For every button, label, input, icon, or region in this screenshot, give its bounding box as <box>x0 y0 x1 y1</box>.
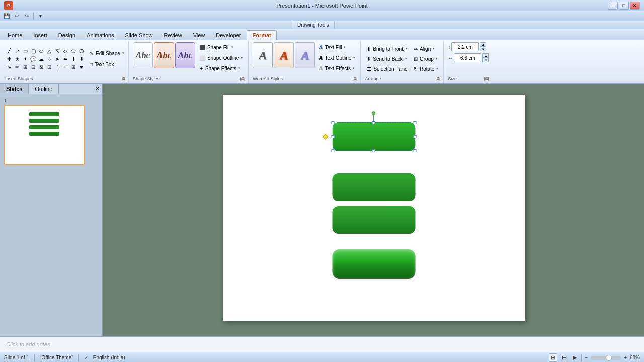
text-box-button[interactable]: □ Text Box <box>88 59 126 69</box>
shape-star4[interactable]: ✦ <box>21 55 29 63</box>
shape-more4[interactable]: ⊡ <box>45 63 53 71</box>
shape-line[interactable]: ╱ <box>5 47 13 55</box>
handle-tr[interactable] <box>413 121 416 124</box>
shape-heart[interactable]: ♡ <box>45 55 53 63</box>
notes-area[interactable]: Click to add notes <box>0 336 644 352</box>
tab-view[interactable]: View <box>188 30 211 40</box>
shape-styles-expander[interactable]: ⊡ <box>240 77 245 81</box>
slide-canvas[interactable] <box>223 95 525 321</box>
tab-design[interactable]: Design <box>53 30 81 40</box>
rect4[interactable] <box>332 249 415 279</box>
tab-animations[interactable]: Animations <box>81 30 119 40</box>
slide-thumbnail-1[interactable] <box>4 105 85 165</box>
shape-cloud[interactable]: ☁ <box>37 55 45 63</box>
shape-round-rect[interactable]: ▢ <box>29 47 37 55</box>
undo-button[interactable]: ↩ <box>12 12 21 20</box>
shape-scroll-down[interactable]: ▼ <box>77 63 86 71</box>
shape-arrow-left[interactable]: ⬅ <box>61 55 69 63</box>
style-abc2[interactable]: Abc <box>154 42 174 68</box>
shape-more1[interactable]: ⊞ <box>21 63 29 71</box>
sidebar-tab-slides[interactable]: Slides <box>0 84 29 94</box>
shape-more5[interactable]: ⋮ <box>53 63 61 71</box>
selection-pane-button[interactable]: ☰ Selection Pane <box>365 64 410 74</box>
shape-more3[interactable]: ⊠ <box>37 63 45 71</box>
send-to-back-button[interactable]: ⬇ Send to Back ▾ <box>365 54 410 64</box>
shape-rect[interactable]: ▭ <box>21 47 29 55</box>
handle-tl[interactable] <box>331 121 334 124</box>
handle-tm[interactable] <box>372 121 375 124</box>
sidebar-tab-outline[interactable]: Outline <box>29 84 59 94</box>
align-button[interactable]: ⇔ Align ▾ <box>412 44 440 54</box>
minimize-button[interactable]: ─ <box>608 2 618 10</box>
shape-arrow-up[interactable]: ⬆ <box>69 55 77 63</box>
tab-slideshow[interactable]: Slide Show <box>120 30 158 40</box>
bring-to-front-button[interactable]: ⬆ Bring to Front ▾ <box>365 44 410 54</box>
shape-more6[interactable]: ⋯ <box>61 63 69 71</box>
rotate-button[interactable]: ↻ Rotate ▾ <box>412 64 440 74</box>
style-abc1[interactable]: Abc <box>133 42 153 68</box>
shape-arrow-down[interactable]: ⬇ <box>77 55 86 63</box>
tab-insert[interactable]: Insert <box>28 30 53 40</box>
shape-curve[interactable]: ∿ <box>5 63 13 71</box>
slide-sorter-button[interactable]: ⊟ <box>560 354 568 361</box>
handle-mr[interactable] <box>413 135 416 138</box>
rect3[interactable] <box>332 206 415 234</box>
normal-view-button[interactable]: ⊞ <box>549 353 557 362</box>
zoom-thumb[interactable] <box>606 355 612 361</box>
handle-br[interactable] <box>413 149 416 152</box>
handle-bl[interactable] <box>331 149 334 152</box>
text-effects-button[interactable]: A Text Effects ▾ <box>317 63 357 73</box>
rect2[interactable] <box>332 173 415 201</box>
height-up[interactable]: ▲ <box>480 42 486 47</box>
sidebar-close-button[interactable]: ✕ <box>93 84 102 94</box>
wordart-btn2[interactable]: A <box>274 42 294 68</box>
shape-freeform[interactable]: ✏ <box>13 63 21 71</box>
tab-format[interactable]: Format <box>247 30 276 40</box>
width-up[interactable]: ▲ <box>482 53 489 58</box>
shape-star5[interactable]: ★ <box>13 55 21 63</box>
height-input[interactable] <box>451 42 479 51</box>
text-fill-button[interactable]: A Text Fill ▾ <box>317 42 357 52</box>
group-button[interactable]: ⊞ Group ▾ <box>412 54 440 64</box>
arrange-expander[interactable]: ⊡ <box>436 77 440 81</box>
shape-diamond[interactable]: ◇ <box>61 47 69 55</box>
save-button[interactable]: 💾 <box>2 12 11 20</box>
wordart-btn1[interactable]: A <box>253 42 273 68</box>
shape-arrow-line[interactable]: ↗ <box>13 47 21 55</box>
selected-rect-shape[interactable] <box>332 122 415 151</box>
insert-shapes-expander[interactable]: ⊡ <box>122 77 126 81</box>
size-expander[interactable]: ⊡ <box>484 77 489 81</box>
zoom-out-button[interactable]: − <box>585 355 588 360</box>
tab-home[interactable]: Home <box>2 30 28 40</box>
shape-effects-button[interactable]: ✦ Shape Effects ▾ <box>197 63 245 73</box>
diamond-handle[interactable] <box>322 134 328 139</box>
height-down[interactable]: ▼ <box>480 47 486 51</box>
style-abc3[interactable]: Abc <box>175 42 195 68</box>
rotate-handle[interactable] <box>372 111 376 115</box>
slideshow-button[interactable]: ▶ <box>571 354 578 361</box>
text-outline-button[interactable]: A Text Outline ▾ <box>317 53 357 63</box>
maximize-button[interactable]: □ <box>619 2 629 10</box>
shape-outline-button[interactable]: ⬜ Shape Outline ▾ <box>197 53 245 63</box>
shape-hexagon[interactable]: ⬡ <box>77 47 86 55</box>
handle-ml[interactable] <box>331 135 334 138</box>
edit-shape-button[interactable]: ✎ Edit Shape ▾ <box>88 48 126 58</box>
width-down[interactable]: ▼ <box>482 58 489 62</box>
shape-more2[interactable]: ⊟ <box>29 63 37 71</box>
shape-callout[interactable]: 💬 <box>29 55 37 63</box>
tab-review[interactable]: Review <box>158 30 188 40</box>
shape-rtriangle[interactable]: ◹ <box>53 47 61 55</box>
width-input[interactable] <box>454 53 481 62</box>
customize-button[interactable]: ▾ <box>36 12 45 20</box>
handle-bm[interactable] <box>372 149 375 152</box>
shape-fill-button[interactable]: ⬛ Shape Fill ▾ <box>197 42 245 52</box>
shape-arrow-right[interactable]: ➤ <box>53 55 61 63</box>
wordart-btn3[interactable]: A <box>295 42 315 68</box>
shape-triangle[interactable]: △ <box>45 47 53 55</box>
zoom-slider[interactable] <box>591 356 621 360</box>
wordart-styles-expander[interactable]: ⊡ <box>353 77 357 81</box>
redo-button[interactable]: ↪ <box>22 12 31 20</box>
shape-oval[interactable]: ⬭ <box>37 47 45 55</box>
close-button[interactable]: ✕ <box>630 2 640 10</box>
shape-more7[interactable]: ⊞ <box>69 63 77 71</box>
